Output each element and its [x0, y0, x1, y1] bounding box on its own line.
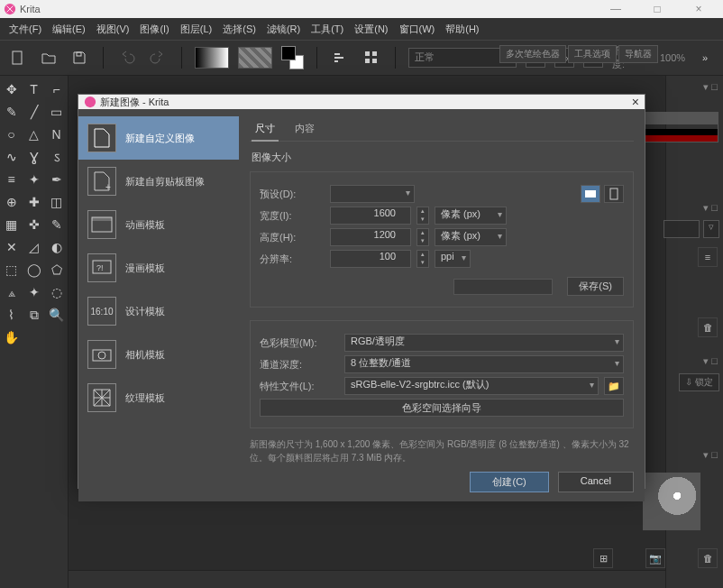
sidebar-item-animation[interactable]: 动画模板 — [78, 203, 239, 246]
similar-select-tool[interactable]: ◌ — [47, 282, 67, 302]
bit-depth-combo[interactable]: 8 位整数/通道 — [344, 355, 624, 373]
freehand-select-tool[interactable]: ⟁ — [2, 282, 22, 302]
assistant-tool[interactable]: ✕ — [2, 237, 22, 257]
menu-tools[interactable]: 工具(T) — [306, 23, 349, 36]
save-preset-button[interactable]: 保存(S) — [567, 277, 624, 296]
minitab-lock[interactable]: ⇩ 锁定 — [679, 373, 719, 391]
contiguous-select-tool[interactable]: ✦ — [24, 282, 44, 302]
color-model-combo[interactable]: RGB/透明度 — [344, 334, 624, 352]
move-tool[interactable]: ✥ — [2, 79, 22, 99]
profile-browse-button[interactable]: 📁 — [604, 377, 624, 395]
height-input[interactable]: 1200 — [330, 228, 411, 246]
sidebar-item-design[interactable]: 16:10 设计模板 — [78, 289, 239, 333]
window-close-button[interactable]: × — [678, 0, 719, 18]
sidebar-item-clipboard[interactable]: + 新建自剪贴板图像 — [78, 160, 239, 203]
tab-content[interactable]: 内容 — [291, 120, 318, 137]
orientation-portrait-button[interactable] — [604, 185, 624, 203]
add-button[interactable]: ⊞ — [593, 548, 613, 568]
calligraphy-tool[interactable]: ✒ — [47, 170, 67, 189]
multibrush-tool[interactable]: ≡ — [2, 170, 22, 189]
blend-fav-button[interactable]: ▿ — [703, 220, 719, 238]
menu-help[interactable]: 帮助(H) — [440, 23, 484, 36]
sidebar-item-comic[interactable]: ?! 漫画模板 — [78, 246, 239, 289]
crop-tool[interactable]: ⌐ — [47, 79, 67, 99]
transform-tool[interactable]: T — [24, 79, 44, 99]
width-input[interactable]: 1600 — [330, 207, 411, 225]
delete-layer-button[interactable]: 🗑 — [698, 317, 718, 337]
pan-tool[interactable]: ✋ — [2, 327, 22, 347]
panel-controls-2[interactable]: ▾ □ — [703, 202, 718, 214]
gradient-preset-button[interactable] — [195, 47, 229, 69]
menu-edit[interactable]: 编辑(E) — [47, 23, 91, 36]
save-button[interactable] — [69, 47, 90, 69]
rectangle-tool[interactable]: ▭ — [47, 102, 67, 122]
camera-button[interactable]: 📷 — [645, 548, 665, 568]
pattern-preset-button[interactable] — [238, 47, 272, 69]
brush-settings-button[interactable] — [330, 47, 352, 69]
menu-file[interactable]: 文件(F) — [4, 23, 47, 36]
tab-dimensions[interactable]: 尺寸 — [252, 120, 279, 142]
menu-image[interactable]: 图像(I) — [134, 23, 174, 36]
text-tool[interactable]: ⊕ — [2, 192, 22, 212]
create-button[interactable]: 创建(C) — [470, 472, 548, 492]
fill-tool[interactable]: ✎ — [47, 215, 67, 234]
fg-bg-color-swatch[interactable] — [281, 46, 305, 69]
undo-button[interactable] — [116, 47, 138, 69]
measure-tool[interactable]: ◿ — [24, 237, 44, 257]
menu-select[interactable]: 选择(S) — [217, 23, 261, 36]
menu-window[interactable]: 窗口(W) — [394, 23, 441, 36]
color-selector-thumb[interactable] — [641, 112, 718, 142]
edit-shapes-tool[interactable]: ✦ — [24, 170, 44, 189]
resolution-unit-combo[interactable]: ppi — [435, 250, 471, 268]
pattern-edit-tool[interactable]: ✚ — [24, 192, 44, 212]
brush-presets-button[interactable] — [361, 47, 382, 69]
menu-layer[interactable]: 图层(L) — [175, 23, 217, 36]
magnetic-select-tool[interactable]: ⧉ — [24, 305, 44, 325]
height-unit-combo[interactable]: 像素 (px) — [435, 228, 507, 246]
preset-name-input[interactable] — [453, 279, 553, 295]
preset-thumbnail[interactable] — [643, 473, 700, 530]
open-file-button[interactable] — [38, 47, 59, 69]
expand-toolbar-button[interactable]: » — [694, 47, 716, 69]
sidebar-item-custom[interactable]: 新建自定义图像 — [78, 116, 239, 160]
window-maximize-button[interactable]: □ — [636, 0, 678, 18]
ellipse-tool[interactable]: ○ — [2, 124, 22, 144]
tab-advanced-color[interactable]: 多次笔绘色器 — [499, 45, 566, 63]
trash-button[interactable]: 🗑 — [698, 548, 718, 568]
menu-view[interactable]: 视图(V) — [91, 23, 135, 36]
line-tool[interactable]: ╱ — [24, 102, 44, 122]
freehand-path-tool[interactable]: Ɣ — [24, 147, 44, 167]
window-minimize-button[interactable]: — — [595, 0, 636, 18]
sidebar-item-texture[interactable]: 纹理模板 — [78, 376, 239, 419]
tab-tool-options[interactable]: 工具选项 — [568, 45, 617, 63]
width-spinner[interactable]: ▴▾ — [416, 207, 429, 225]
polygon-select-tool[interactable]: ⬠ — [47, 260, 67, 280]
cancel-button[interactable]: Cancel — [558, 472, 634, 492]
panel-controls-4[interactable]: ▾ □ — [703, 449, 718, 461]
redo-button[interactable] — [147, 47, 169, 69]
gradient-tool[interactable]: ◫ — [47, 192, 67, 212]
color-space-wizard-button[interactable]: 色彩空间选择向导 — [260, 399, 624, 417]
preset-combo[interactable] — [330, 185, 415, 203]
height-spinner[interactable]: ▴▾ — [416, 228, 429, 246]
panel-controls-3[interactable]: ▾ □ — [703, 355, 718, 367]
menu-settings[interactable]: 设置(N) — [349, 23, 393, 36]
reference-tool[interactable]: ◐ — [47, 237, 67, 257]
resolution-input[interactable]: 100 — [330, 250, 411, 268]
ellipse-select-tool[interactable]: ◯ — [24, 260, 44, 280]
tab-navigator[interactable]: 导航器 — [618, 45, 658, 63]
dynamic-brush-tool[interactable]: ऽ — [47, 147, 67, 167]
smart-patch-tool[interactable]: ✜ — [24, 215, 44, 234]
layer-settings-button[interactable]: ≡ — [698, 247, 718, 267]
rect-select-tool[interactable]: ⬚ — [2, 260, 22, 280]
dialog-close-button[interactable]: × — [632, 95, 639, 109]
bezier-select-tool[interactable]: ⌇ — [2, 305, 22, 325]
color-sampler-tool[interactable]: ▦ — [2, 215, 22, 234]
orientation-landscape-button[interactable] — [581, 185, 600, 203]
width-unit-combo[interactable]: 像素 (px) — [435, 207, 507, 225]
resolution-spinner[interactable]: ▴▾ — [416, 250, 429, 268]
zoom-tool[interactable]: 🔍 — [47, 305, 67, 325]
menu-filter[interactable]: 滤镜(R) — [261, 23, 306, 36]
freehand-brush-tool[interactable]: ✎ — [2, 102, 22, 122]
blend-combo-mini[interactable] — [664, 220, 700, 238]
